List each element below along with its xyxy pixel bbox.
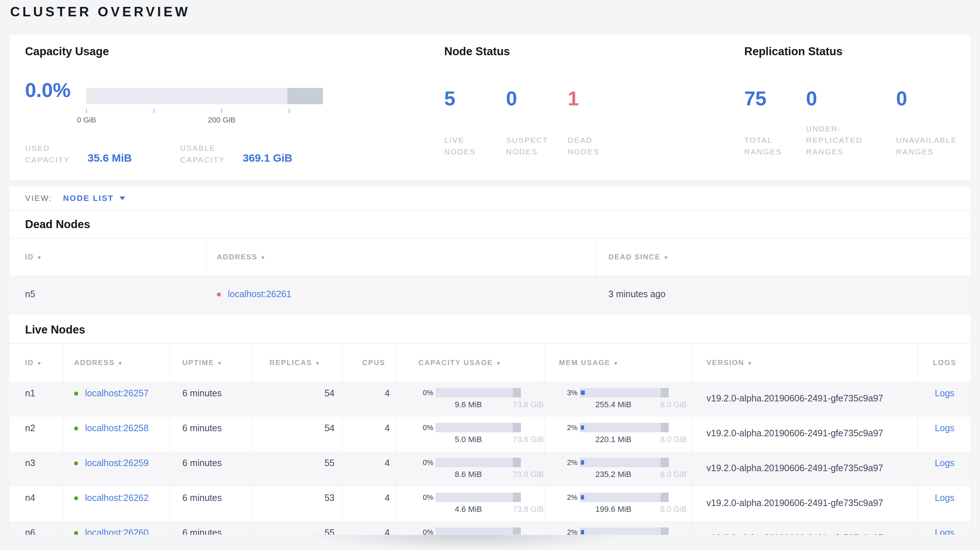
sort-desc-icon: ▼ [613,360,619,366]
dead-nodes-table-header: ID▼ ADDRESS▼ DEAD SINCE▼ [10,238,970,276]
sort-desc-icon: ▼ [37,255,43,261]
mem-usage-cell: 2% 235.2 MiB 8.0 GiB [544,451,692,486]
column-header-replicas[interactable]: REPLICAS▼ [253,344,342,382]
replicas-cell: 54 [253,416,342,451]
usable-capacity-label: USABLE CAPACITY [180,142,243,165]
node-id-cell: n6 [10,521,63,535]
table-row: n4 localhost:26262 6 minutes 53 4 0% 4.6… [10,486,970,521]
column-header-address[interactable]: ADDRESS▼ [63,344,170,382]
logs-link[interactable]: Logs [935,388,954,398]
suspect-nodes-count: 0 [506,87,517,110]
total-ranges-stat: 75 TOTAL RANGES [744,87,806,157]
column-header-address[interactable]: ADDRESS▼ [205,238,596,276]
under-replicated-ranges-stat: 0 UNDER-REPLICATED RANGES [806,87,896,157]
live-status-icon [74,392,78,396]
node-status-section: Node Status 5 LIVE NODES 0 SUSPECT NODES… [444,45,720,58]
node-address-cell: localhost:26257 [63,382,170,416]
dead-nodes-heading: Dead Nodes [25,218,970,231]
uptime-cell: 6 minutes [170,382,253,416]
node-address-link[interactable]: localhost:26258 [85,423,149,433]
capacity-stats: USED CAPACITY 35.6 MiB USABLE CAPACITY 3… [25,142,293,165]
logs-cell: Logs [918,451,971,486]
replicas-cell: 55 [253,451,342,486]
replicas-cell: 53 [253,486,342,521]
unavailable-ranges-count: 0 [896,87,907,110]
capacity-bar [436,458,521,467]
column-header-id[interactable]: ID▼ [10,238,205,276]
table-row: n1 localhost:26257 6 minutes 54 4 0% 9.6… [10,382,970,416]
capacity-bar [436,423,521,432]
usable-capacity-value: 369.1 GiB [243,152,293,165]
node-id-cell: n5 [10,276,205,313]
node-address-link[interactable]: localhost:26257 [85,388,149,398]
sort-desc-icon: ▼ [315,360,321,366]
node-address-cell: localhost:26261 [205,276,596,313]
cluster-summary-panel: Capacity Usage 0.0% 0 GiB 200 GiB USED C… [9,35,971,181]
dead-nodes-table: ID▼ ADDRESS▼ DEAD SINCE▼ n5 localhost:26… [10,238,970,314]
table-row: n2 localhost:26258 6 minutes 54 4 0% 5.0… [10,416,970,451]
axis-tick [86,109,87,113]
view-label: VIEW: [25,194,52,203]
node-status-title: Node Status [444,45,720,58]
view-selector[interactable]: NODE LIST [63,194,114,203]
capacity-usage-cell: 0% 4.6 MiB 73.8 GiB [396,486,544,521]
column-header-id[interactable]: ID▼ [10,344,63,382]
unavailable-ranges-stat: 0 UNAVAILABLE RANGES [896,87,972,157]
column-header-uptime[interactable]: UPTIME▼ [170,344,253,382]
logs-link[interactable]: Logs [935,458,954,468]
dead-nodes-label: DEAD NODES [568,134,608,157]
dead-nodes-count: 1 [568,87,579,110]
column-header-version[interactable]: VERSION▼ [692,344,918,382]
cpus-cell: 4 [342,521,396,535]
sort-desc-icon: ▼ [747,360,753,366]
capacity-usage-cell: 0% 5.0 MiB 73.8 GiB [396,416,544,451]
cpus-cell: 4 [342,416,396,451]
logs-link[interactable]: Logs [935,528,954,535]
axis-tick-label: 200 GiB [200,116,243,124]
uptime-cell: 6 minutes [170,486,253,521]
column-header-capacity-usage[interactable]: CAPACITY USAGE▼ [396,344,544,382]
node-address-cell: localhost:26259 [63,451,170,486]
node-id-cell: n1 [10,382,63,416]
logs-link[interactable]: Logs [935,493,954,503]
sort-desc-icon: ▼ [261,255,266,261]
version-cell: v19.2.0-alpha.20190606-2491-gfe735c9a97 [692,521,918,535]
live-status-icon [74,426,78,431]
node-address-link[interactable]: localhost:26260 [85,528,149,535]
under-replicated-ranges-label: UNDER-REPLICATED RANGES [806,123,879,158]
node-address-link[interactable]: localhost:26261 [228,289,291,299]
uptime-cell: 6 minutes [170,451,253,486]
capacity-bar [436,388,521,397]
capacity-usage-section: Capacity Usage 0.0% 0 GiB 200 GiB USED C… [25,45,425,58]
logs-link[interactable]: Logs [935,423,954,433]
table-row: n6 localhost:26260 6 minutes 55 4 0% 7.8… [10,521,970,535]
column-header-mem-usage[interactable]: MEM USAGE▼ [544,344,692,382]
mem-bar [580,493,669,502]
nodes-panel: VIEW: NODE LIST Dead Nodes ID▼ ADDRESS▼ … [9,186,971,535]
column-header-cpus: CPUS [342,344,396,382]
replication-status-title: Replication Status [744,45,962,58]
uptime-cell: 6 minutes [170,521,253,535]
column-header-logs: LOGS [918,344,971,382]
mem-bar [580,458,669,467]
axis-tick [221,109,222,113]
capacity-percent: 0.0% [25,78,70,102]
used-capacity-value: 35.6 MiB [88,152,180,165]
node-address-link[interactable]: localhost:26259 [85,458,149,468]
replicas-cell: 55 [253,521,342,535]
mem-bar [580,528,669,535]
live-nodes-heading: Live Nodes [25,323,970,336]
column-header-dead-since[interactable]: DEAD SINCE▼ [596,238,971,276]
live-nodes-table: ID▼ ADDRESS▼ UPTIME▼ REPLICAS▼ CPUS CAPA… [10,343,970,535]
live-nodes-stat: 5 LIVE NODES [444,87,506,157]
used-capacity-label: USED CAPACITY [25,142,88,165]
under-replicated-ranges-count: 0 [806,87,817,110]
chevron-down-icon[interactable] [119,197,125,200]
node-address-link[interactable]: localhost:26262 [85,493,149,503]
version-cell: v19.2.0-alpha.20190606-2491-gfe735c9a97 [692,486,918,521]
capacity-usage-title: Capacity Usage [25,45,425,58]
mem-usage-cell: 3% 255.4 MiB 8.0 GiB [544,382,692,416]
dead-nodes-stat: 1 DEAD NODES [568,87,637,157]
suspect-nodes-stat: 0 SUSPECT NODES [506,87,568,157]
view-bar: VIEW: NODE LIST [10,186,970,210]
